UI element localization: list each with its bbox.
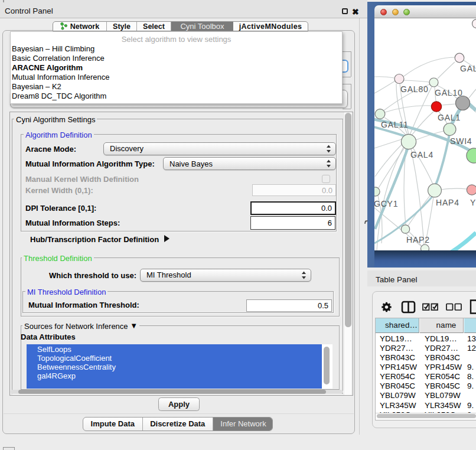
svg-text:YK: YK [470,198,476,207]
svg-text:GAL4: GAL4 [410,150,433,159]
svg-text:HAP4: HAP4 [436,198,459,207]
svg-text:GAL80: GAL80 [400,84,429,94]
svg-text:SWI4: SWI4 [450,136,472,146]
svg-text:GAL1: GAL1 [438,113,461,122]
svg-text:GAL11: GAL11 [381,120,409,129]
svg-text:HAP2: HAP2 [406,235,430,244]
svg-text:GAL2: GAL2 [460,64,476,73]
svg-text:GCY1: GCY1 [374,199,398,208]
svg-text:GAL10: GAL10 [435,88,463,97]
